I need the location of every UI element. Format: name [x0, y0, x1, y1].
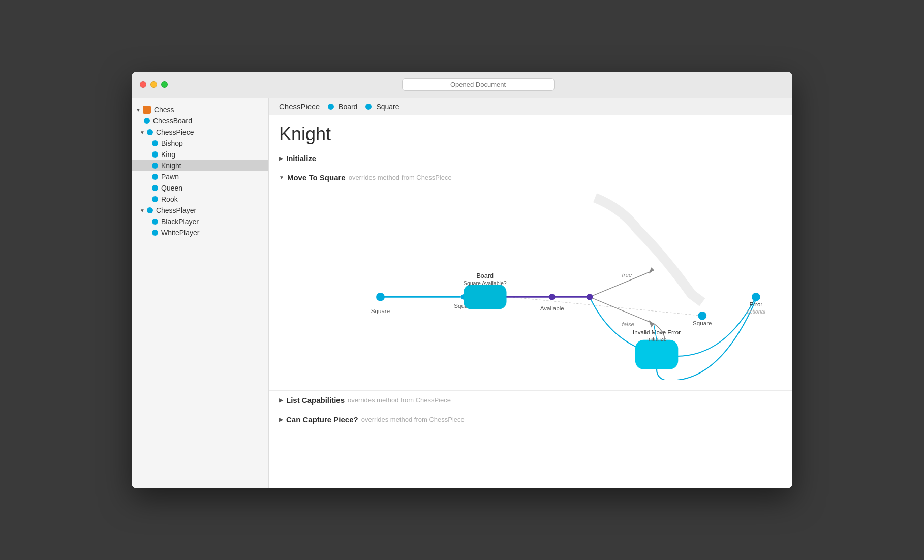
sidebar-item-king[interactable]: King [132, 149, 268, 160]
svg-text:Square Available?: Square Available? [464, 280, 507, 286]
list-override-note: overrides method from ChessPiece [348, 396, 451, 404]
section-can-capture: ▶ Can Capture Piece? overrides method fr… [269, 410, 792, 429]
section-label-list: List Capabilities [286, 396, 345, 405]
svg-text:Available: Available [540, 305, 564, 312]
svg-point-25 [752, 293, 760, 301]
main-window: ▼ Chess ChessBoard ▼ ChessPiece Bi [132, 72, 792, 488]
svg-text:Invalid Move Error: Invalid Move Error [633, 329, 681, 335]
dot-pawn [152, 174, 158, 180]
sidebar-label-queen: Queen [161, 184, 182, 192]
svg-text:Board: Board [476, 272, 494, 279]
sidebar-label-chessboard: ChessBoard [153, 117, 192, 125]
diagram-svg: Square Square Board Square Available? [279, 187, 782, 380]
minimize-button[interactable] [150, 81, 157, 88]
sidebar-label-chesspiece: ChessPiece [156, 128, 194, 136]
svg-line-0 [509, 297, 702, 316]
section-initialize: ▶ Initialize [269, 149, 792, 168]
dot-bishop [152, 140, 158, 146]
dot-blackplayer [152, 219, 158, 225]
sidebar-item-queen[interactable]: Queen [132, 182, 268, 194]
sidebar-label-rook: Rook [161, 195, 178, 203]
titlebar [132, 72, 792, 98]
svg-point-19 [698, 312, 706, 320]
section-header-move-to-square[interactable]: ▼ Move To Square overrides method from C… [279, 173, 782, 182]
dot-whiteplayer [152, 230, 158, 236]
triangle-initialize: ▶ [279, 155, 283, 161]
maximize-button[interactable] [161, 81, 168, 88]
sidebar-item-chessboard[interactable]: ChessBoard [132, 115, 268, 127]
chess-icon [143, 106, 151, 114]
triangle-capture: ▶ [279, 417, 283, 422]
svg-text:Square: Square [371, 307, 390, 314]
section-move-to-square: ▼ Move To Square overrides method from C… [269, 168, 792, 391]
section-label-capture: Can Capture Piece? [286, 415, 358, 424]
sidebar-item-whiteplayer[interactable]: WhitePlayer [132, 227, 268, 238]
port-board-label: Board [338, 103, 357, 111]
triangle-list: ▶ [279, 397, 283, 403]
svg-point-14 [549, 294, 556, 300]
dot-knight [152, 163, 158, 169]
capture-override-note: overrides method from ChessPiece [361, 416, 465, 423]
svg-text:Square: Square [693, 320, 712, 326]
sidebar-item-pawn[interactable]: Pawn [132, 171, 268, 182]
triangle-chesspiece: ▼ [140, 130, 145, 135]
title-area [172, 78, 784, 91]
svg-rect-21 [635, 340, 678, 369]
page-title: Knight [269, 115, 792, 149]
section-header-initialize[interactable]: ▶ Initialize [279, 154, 782, 163]
sidebar-label-bishop: Bishop [161, 139, 183, 147]
svg-text:true: true [622, 271, 632, 278]
move-override-note: overrides method from ChessPiece [349, 174, 452, 181]
sidebar-item-chessplayer[interactable]: ▼ ChessPlayer [132, 205, 268, 216]
class-name: ChessPiece [279, 102, 320, 111]
sidebar-item-rook[interactable]: Rook [132, 194, 268, 205]
svg-marker-7 [649, 320, 654, 328]
sidebar-item-knight[interactable]: Knight [132, 160, 268, 171]
svg-point-16 [587, 294, 593, 300]
class-header: ChessPiece Board Square [269, 98, 792, 115]
svg-text:false: false [622, 321, 634, 327]
port-square-label: Square [376, 103, 399, 111]
svg-text:Error: Error [749, 301, 762, 307]
triangle-move: ▼ [279, 175, 284, 180]
input-square-dot [376, 293, 385, 301]
document-title-input[interactable] [402, 78, 555, 91]
sidebar-label-knight: Knight [161, 162, 181, 170]
triangle-chess: ▼ [136, 107, 141, 113]
svg-text:optional: optional [747, 308, 766, 315]
diagram-area: Square Square Board Square Available? [279, 187, 782, 380]
sidebar-label-king: King [161, 150, 175, 159]
sidebar-label-pawn: Pawn [161, 173, 179, 181]
dot-chessplayer [147, 207, 153, 213]
sidebar-item-chesspiece[interactable]: ▼ ChessPiece [132, 127, 268, 138]
svg-marker-5 [649, 267, 654, 274]
section-label-move: Move To Square [287, 173, 346, 182]
sidebar-label-chess: Chess [154, 106, 174, 114]
close-button[interactable] [140, 81, 146, 88]
section-label-initialize: Initialize [286, 154, 316, 163]
dot-queen [152, 185, 158, 191]
section-header-list[interactable]: ▶ List Capabilities overrides method fro… [279, 396, 782, 405]
dot-chessboard [144, 118, 150, 124]
dot-rook [152, 196, 158, 202]
dot-chesspiece [147, 129, 153, 135]
main-content: ▼ Chess ChessBoard ▼ ChessPiece Bi [132, 98, 792, 488]
dot-king [152, 151, 158, 158]
sidebar: ▼ Chess ChessBoard ▼ ChessPiece Bi [132, 98, 269, 488]
sidebar-label-whiteplayer: WhitePlayer [161, 229, 199, 237]
section-header-capture[interactable]: ▶ Can Capture Piece? overrides method fr… [279, 415, 782, 424]
port-board: Board [328, 103, 357, 111]
board-port-dot [328, 104, 334, 110]
section-list-capabilities: ▶ List Capabilities overrides method fro… [269, 391, 792, 410]
square-port-dot [365, 104, 372, 110]
sidebar-label-blackplayer: BlackPlayer [161, 217, 199, 226]
sidebar-item-blackplayer[interactable]: BlackPlayer [132, 216, 268, 227]
triangle-chessplayer: ▼ [140, 208, 145, 213]
detail-pane: ChessPiece Board Square Knight ▶ Initial… [269, 98, 792, 488]
svg-rect-11 [464, 285, 506, 309]
sidebar-item-bishop[interactable]: Bishop [132, 138, 268, 149]
port-square: Square [365, 103, 399, 111]
sidebar-label-chessplayer: ChessPlayer [156, 206, 196, 214]
sidebar-item-chess[interactable]: ▼ Chess [132, 104, 268, 115]
